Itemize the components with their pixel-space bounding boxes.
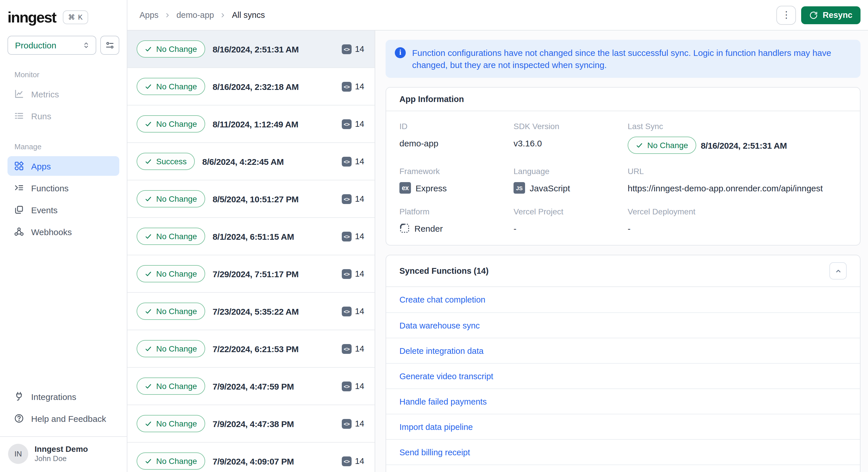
sync-list-item[interactable]: No Change 7/23/2024, 5:35:22 AM <> 14 [127,293,375,330]
sidebar-item-help[interactable]: Help and Feedback [7,409,119,428]
function-list-item[interactable]: Handle failed payments [386,388,860,414]
sync-function-count: <> 14 [342,119,364,129]
sync-list-item[interactable]: No Change 7/29/2024, 7:51:17 PM <> 14 [127,255,375,293]
code-icon: <> [342,344,351,353]
function-list-item[interactable]: Create chat completion [386,287,860,312]
breadcrumb-apps[interactable]: Apps [140,10,158,20]
function-list-item[interactable]: Send billing receipt [386,439,860,465]
sync-status-badge: No Change [136,415,205,432]
field-platform: Platform Render [399,207,514,234]
breadcrumb-demo-app[interactable]: demo-app [176,10,214,20]
sidebar-item-events[interactable]: Events [7,200,119,220]
user-text: Inngest Demo John Doe [35,444,88,464]
sync-list-item[interactable]: No Change 8/16/2024, 2:32:18 AM <> 14 [127,68,375,105]
sync-timestamp: 7/22/2024, 6:21:53 PM [213,344,299,353]
sync-status-badge: No Change [136,452,205,470]
resync-button[interactable]: Resync [801,6,861,24]
right-zone: Apps demo-app All syncs ⋮ Resync [127,0,868,472]
sync-timestamp: 7/9/2024, 4:47:59 PM [213,381,294,391]
sync-count-value: 14 [355,344,364,353]
synced-functions-card: Synced Functions (14) Create chat comple… [385,255,861,472]
sync-count-value: 14 [355,419,364,428]
field-label: Vercel Deployment [628,207,847,216]
javascript-icon: JS [514,182,525,194]
sync-list-item[interactable]: Success 8/6/2024, 4:22:45 AM <> 14 [127,143,375,180]
sync-list-item[interactable]: No Change 8/5/2024, 10:51:27 PM <> 14 [127,180,375,218]
function-link[interactable]: Delete integration data [399,346,484,355]
sync-status-label: Success [156,157,187,166]
app-information-card: App Information ID demo-app SDK Version … [385,87,861,246]
environment-settings-button[interactable] [100,36,119,55]
sync-function-count: <> 14 [342,156,364,166]
main-panel: i Function configurations have not chang… [375,31,868,472]
sidebar-item-webhooks[interactable]: Webhooks [7,222,119,242]
sidebar-item-label: Integrations [31,391,76,401]
sync-function-count: <> 14 [342,456,364,466]
sync-list-item[interactable]: No Change 8/1/2024, 6:51:15 AM <> 14 [127,218,375,255]
collapse-button[interactable] [829,262,847,280]
plug-icon [14,391,24,402]
sidebar-item-metrics[interactable]: Metrics [7,84,119,104]
field-id: ID demo-app [399,122,514,154]
field-last-sync: Last Sync No Change 8/16/2024, 2:51:31 A… [628,122,847,154]
code-icon: <> [342,381,351,391]
function-link[interactable]: Data warehouse sync [399,321,480,330]
sync-count-value: 14 [355,307,364,316]
sync-list-item[interactable]: No Change 7/9/2024, 4:47:59 PM <> 14 [127,368,375,405]
render-platform-icon [399,223,410,233]
inngest-dashboard: inngest ⌘ K Production Monitor Metrics [0,0,868,472]
environment-select[interactable]: Production [7,36,96,55]
field-vercel-deployment: Vercel Deployment - [628,207,847,234]
function-list-item[interactable]: Delete integration data [386,338,860,363]
function-link[interactable]: Send billing receipt [399,447,470,457]
sidebar-item-apps[interactable]: Apps [7,156,119,176]
check-icon [145,83,152,90]
section-label-manage: Manage [14,143,119,151]
function-list-item[interactable]: Import data pipeline [386,414,860,439]
sync-status-label: No Change [156,44,197,54]
sync-list-item[interactable]: No Change 7/22/2024, 6:21:53 PM <> 14 [127,330,375,368]
sync-timestamp: 7/29/2024, 7:51:17 PM [213,269,299,279]
function-link[interactable]: Import data pipeline [399,422,473,431]
sync-status-badge: No Change [136,190,205,208]
more-options-button[interactable]: ⋮ [777,5,796,25]
user-menu[interactable]: IN Inngest Demo John Doe [7,437,119,472]
sync-list-item[interactable]: No Change 8/11/2024, 1:12:49 AM <> 14 [127,105,375,143]
function-list-item[interactable]: Data warehouse sync [386,312,860,338]
sync-list-item[interactable]: No Change 7/9/2024, 4:47:38 PM <> 14 [127,405,375,443]
sync-status-badge: No Change [136,228,205,245]
check-icon [145,345,152,352]
function-link[interactable]: Handle failed payments [399,397,487,406]
field-label: Vercel Project [514,207,628,216]
sync-function-count: <> 14 [342,44,364,54]
environment-row: Production [7,36,119,55]
sync-status-badge: No Change [136,340,205,357]
functions-icon [14,183,24,193]
sync-list-item[interactable]: No Change 7/9/2024, 4:09:07 PM <> 14 [127,443,375,472]
sidebar-item-runs[interactable]: Runs [7,106,119,126]
sidebar-item-functions[interactable]: Functions [7,178,119,198]
sliders-icon [105,40,115,50]
command-k-shortcut[interactable]: ⌘ K [63,10,89,24]
sidebar-item-label: Functions [31,183,69,193]
sync-list-item[interactable]: No Change 8/16/2024, 2:51:31 AM <> 14 [127,31,375,68]
sync-function-count: <> 14 [342,419,364,429]
user-display-name: John Doe [35,454,88,464]
kebab-icon: ⋮ [782,10,791,20]
chevrons-up-down-icon [82,41,91,50]
field-label: SDK Version [514,122,628,131]
sync-status-badge: No Change [136,265,205,282]
field-value: - [628,222,847,234]
environment-value: Production [15,40,82,50]
sync-timestamp: 8/16/2024, 2:51:31 AM [213,44,299,54]
code-icon: <> [342,456,351,466]
sidebar-item-integrations[interactable]: Integrations [7,387,119,406]
function-link[interactable]: Create chat completion [399,295,485,304]
function-link[interactable]: Generate video transcript [399,371,493,381]
code-icon: <> [342,419,351,429]
check-icon [145,45,152,53]
sync-timestamp: 8/11/2024, 1:12:49 AM [213,119,298,129]
sync-history-list: No Change 8/16/2024, 2:51:31 AM <> 14 No… [127,31,375,472]
function-list-item[interactable]: Generate video transcript [386,363,860,388]
user-org-name: Inngest Demo [35,444,88,454]
